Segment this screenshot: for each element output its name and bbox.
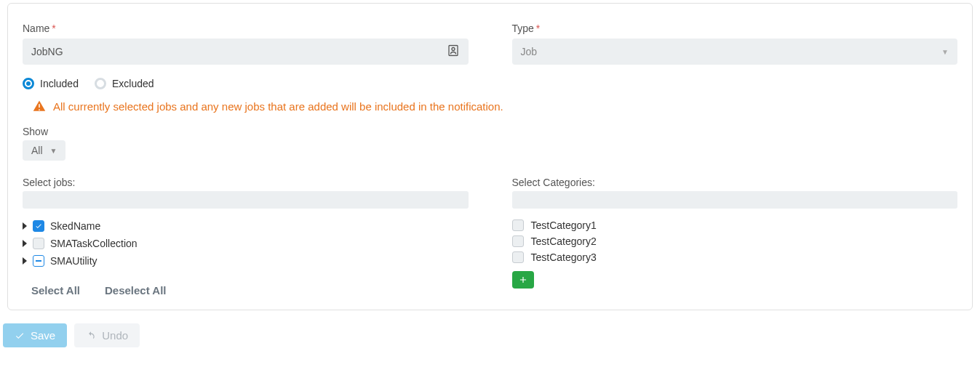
jobs-section: Select jobs: SkedName SMATaskCollection <box>23 177 469 297</box>
undo-button-label: Undo <box>102 329 128 342</box>
radio-included-label: Included <box>40 78 79 89</box>
jobs-search-input[interactable] <box>23 191 469 209</box>
save-button-label: Save <box>31 329 55 342</box>
required-asterisk: * <box>52 23 55 34</box>
expand-caret-icon[interactable] <box>23 222 27 230</box>
warning-icon <box>33 100 46 113</box>
selection-row: Select jobs: SkedName SMATaskCollection <box>23 177 957 297</box>
tree-actions: Select All Deselect All <box>31 284 469 297</box>
list-item: TestCategory2 <box>512 233 958 249</box>
category-label: TestCategory2 <box>531 235 597 247</box>
checkbox-unchecked[interactable] <box>512 219 524 231</box>
show-filter: Show All ▼ <box>23 126 957 177</box>
name-label: Name* <box>23 23 469 34</box>
undo-icon <box>86 331 96 341</box>
categories-section-label: Select Categories: <box>512 177 958 188</box>
tree-item: SMATaskCollection <box>23 235 469 252</box>
contact-card-icon <box>448 45 458 59</box>
check-icon <box>15 331 25 341</box>
type-label-text: Type <box>512 23 534 34</box>
top-row: Name* Type* Job ▼ <box>23 23 957 65</box>
list-item: TestCategory1 <box>512 217 958 233</box>
radio-excluded-label: Excluded <box>112 78 154 89</box>
checkbox-indeterminate[interactable] <box>33 255 44 267</box>
tree-item-label: SkedName <box>50 220 100 232</box>
show-value: All <box>31 145 43 156</box>
expand-caret-icon[interactable] <box>23 240 27 247</box>
select-all-button[interactable]: Select All <box>31 284 80 297</box>
scope-radios: Included Excluded <box>23 78 957 89</box>
radio-included[interactable]: Included <box>23 78 79 89</box>
name-label-text: Name <box>23 23 49 34</box>
categories-section: Select Categories: TestCategory1 TestCat… <box>512 177 958 297</box>
checkbox-unchecked[interactable] <box>33 238 44 249</box>
categories-list: TestCategory1 TestCategory2 TestCategory… <box>512 217 958 265</box>
name-input[interactable] <box>23 39 469 65</box>
type-select[interactable]: Job <box>512 39 958 65</box>
checkbox-unchecked[interactable] <box>512 251 524 263</box>
undo-button[interactable]: Undo <box>74 323 140 347</box>
show-label: Show <box>23 126 957 137</box>
jobs-section-label: Select jobs: <box>23 177 469 188</box>
categories-search-input[interactable] <box>512 191 958 209</box>
warning-text: All currently selected jobs and any new … <box>53 100 503 113</box>
tree-item-label: SMATaskCollection <box>50 238 138 249</box>
warning-message: All currently selected jobs and any new … <box>33 100 957 113</box>
tree-item-label: SMAUtility <box>50 255 97 267</box>
list-item: TestCategory3 <box>512 249 958 265</box>
checkbox-checked[interactable] <box>33 220 44 232</box>
form-card: Name* Type* Job ▼ <box>7 3 973 310</box>
type-field: Type* Job ▼ <box>512 23 958 65</box>
tree-item: SMAUtility <box>23 252 469 270</box>
radio-excluded[interactable]: Excluded <box>95 78 154 89</box>
chevron-down-icon: ▼ <box>50 147 57 155</box>
deselect-all-button[interactable]: Deselect All <box>105 284 167 297</box>
tree-item: SkedName <box>23 217 469 235</box>
show-select[interactable]: All ▼ <box>23 140 65 161</box>
type-label: Type* <box>512 23 958 34</box>
required-asterisk: * <box>536 23 540 34</box>
svg-point-1 <box>452 48 455 51</box>
save-button[interactable]: Save <box>3 323 67 347</box>
expand-caret-icon[interactable] <box>23 257 27 265</box>
radio-dot-icon <box>95 78 106 89</box>
add-category-button[interactable] <box>512 271 534 289</box>
category-label: TestCategory1 <box>531 219 597 231</box>
radio-dot-icon <box>23 78 34 89</box>
name-field: Name* <box>23 23 469 65</box>
checkbox-unchecked[interactable] <box>512 235 524 247</box>
footer-actions: Save Undo <box>3 323 980 347</box>
category-label: TestCategory3 <box>531 251 597 263</box>
jobs-tree: SkedName SMATaskCollection SMAUtility <box>23 217 469 270</box>
plus-icon <box>518 275 528 285</box>
